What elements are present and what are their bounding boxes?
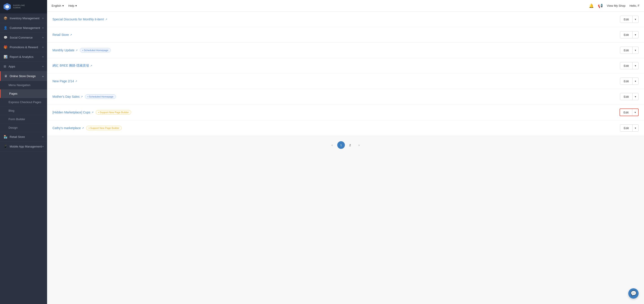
- svg-marker-0: [6, 5, 9, 8]
- help-chevron-icon: ▾: [75, 4, 77, 8]
- external-link-icon: ↗: [82, 127, 84, 130]
- table-row: Mother's Day Sales ↗ • Scheduled Homepag…: [47, 89, 644, 104]
- page-list: Special Discounts for Monthly it-item! ↗…: [47, 12, 644, 136]
- page-title-link[interactable]: Retail Store ↗: [52, 33, 72, 36]
- sidebar-item-label: Retail Store: [10, 135, 25, 138]
- sidebar-item-mobile[interactable]: 📱 Mobile App Management ▾: [0, 142, 47, 151]
- page-title-link[interactable]: Special Discounts for Monthly it-item! ↗: [52, 18, 107, 21]
- edit-label[interactable]: Edit: [620, 78, 632, 84]
- sidebar-item-customer[interactable]: 👤 Customer Management ▾: [0, 23, 47, 33]
- promotions-icon: 🎁: [4, 45, 8, 49]
- chevron-down-icon: ▾: [42, 27, 44, 29]
- retail-icon: 🏪: [4, 135, 8, 138]
- table-row: [Hidden Marketplace] Cups ↗ • Support Ne…: [47, 104, 644, 120]
- page-title-link[interactable]: Mother's Day Sales ↗: [52, 95, 83, 98]
- edit-button[interactable]: Edit ▾: [620, 16, 638, 23]
- pagination-page-1[interactable]: 1: [337, 141, 345, 149]
- sub-item-label: Express Checkout Pages: [8, 100, 41, 104]
- sidebar-logo: SHOPLINE ADMIN: [0, 0, 47, 14]
- sidebar-sub-menu-navigation[interactable]: Menu Navigation: [0, 81, 47, 90]
- sidebar-sub-blog[interactable]: Blog: [0, 106, 47, 115]
- edit-button-highlighted[interactable]: Edit ▾: [620, 108, 638, 116]
- edit-dropdown-arrow[interactable]: ▾: [632, 48, 638, 53]
- megaphone-icon[interactable]: 📢: [598, 3, 603, 8]
- sidebar-item-label: Report & Analytics: [10, 55, 34, 58]
- edit-button[interactable]: Edit ▾: [620, 31, 638, 38]
- external-link-icon: ↗: [90, 64, 92, 67]
- chevron-down-icon: ▾: [42, 46, 44, 48]
- page-title-link[interactable]: New Page 2/14 ↗: [52, 79, 77, 83]
- sidebar-item-label: Online Store Design: [10, 74, 36, 78]
- table-row: Cathy's marketplace ↗ • Support New Page…: [47, 120, 644, 136]
- sub-item-label: Pages: [9, 92, 18, 95]
- page-title-link[interactable]: 網紅 BREE 團購-隱藏賣場 ↗: [52, 64, 92, 68]
- edit-button[interactable]: Edit ▾: [620, 62, 638, 69]
- chevron-down-icon: ▾: [42, 65, 44, 68]
- sidebar-sub-pages[interactable]: Pages: [0, 90, 47, 98]
- edit-dropdown-arrow[interactable]: ▾: [632, 32, 638, 38]
- sidebar-item-inventory[interactable]: 📦 Inventory Management ▾: [0, 14, 47, 23]
- sidebar-sub-form-builder[interactable]: Form Builder: [0, 115, 47, 124]
- edit-dropdown-arrow[interactable]: ▾: [632, 63, 638, 68]
- edit-label[interactable]: Edit: [620, 47, 632, 53]
- sidebar-item-retail[interactable]: 🏪 Retail Store ▾: [0, 132, 47, 142]
- page-title-link[interactable]: Cathy's marketplace ↗: [52, 126, 84, 130]
- edit-label[interactable]: Edit: [620, 125, 632, 131]
- edit-dropdown-arrow[interactable]: ▾: [632, 110, 638, 115]
- edit-label[interactable]: Edit: [620, 16, 632, 22]
- external-link-icon: ↗: [92, 111, 94, 114]
- pagination-next[interactable]: ›: [355, 141, 363, 149]
- sidebar-item-label: Apps: [8, 65, 15, 68]
- sidebar-sub-express-checkout[interactable]: Express Checkout Pages: [0, 98, 47, 106]
- edit-button[interactable]: Edit ▾: [620, 124, 638, 132]
- sidebar: SHOPLINE ADMIN 📦 Inventory Management ▾ …: [0, 0, 47, 304]
- sidebar-item-online-store[interactable]: 🖥 Online Store Design ▴: [0, 71, 47, 81]
- view-shop-link[interactable]: View My Shop: [607, 4, 626, 8]
- sidebar-item-social[interactable]: 💬 Social Commerce ▾: [0, 33, 47, 42]
- sidebar-item-label: Mobile App Management: [10, 145, 42, 148]
- edit-button[interactable]: Edit ▾: [620, 47, 638, 54]
- page-title: [Hidden Marketplace] Cups: [52, 110, 90, 114]
- edit-label[interactable]: Edit: [620, 94, 632, 100]
- page-title-link[interactable]: Monthly Update ↗: [52, 48, 78, 52]
- chat-widget[interactable]: 💬: [628, 288, 638, 298]
- external-link-icon: ↗: [105, 18, 107, 21]
- apps-icon: ⊞: [4, 64, 6, 68]
- social-icon: 💬: [4, 36, 8, 39]
- pagination-page-2[interactable]: 2: [346, 141, 354, 149]
- chevron-up-icon: ▴: [42, 75, 44, 77]
- edit-dropdown-arrow[interactable]: ▾: [632, 16, 638, 22]
- edit-dropdown-arrow[interactable]: ▾: [632, 78, 638, 84]
- language-selector[interactable]: English ▾: [52, 4, 64, 8]
- language-label: English: [52, 4, 61, 8]
- header-right: 🔔 📢 View My Shop Hello, F: [589, 3, 640, 8]
- bell-icon[interactable]: 🔔: [589, 3, 594, 8]
- sidebar-item-apps[interactable]: ⊞ Apps ▾: [0, 62, 47, 71]
- main-content: English ▾ Help ▾ 🔔 📢 View My Shop Hello,…: [47, 0, 644, 304]
- sub-item-label: Form Builder: [8, 118, 25, 121]
- edit-label[interactable]: Edit: [620, 32, 632, 38]
- page-title-link[interactable]: [Hidden Marketplace] Cups ↗: [52, 110, 94, 114]
- content-area: Special Discounts for Monthly it-item! ↗…: [47, 12, 644, 304]
- table-row: Special Discounts for Monthly it-item! ↗…: [47, 12, 644, 27]
- help-menu[interactable]: Help ▾: [68, 4, 77, 8]
- edit-label[interactable]: Edit: [620, 110, 632, 116]
- sidebar-item-label: Social Commerce: [10, 36, 33, 39]
- table-row: Retail Store ↗ Edit ▾: [47, 27, 644, 42]
- edit-label[interactable]: Edit: [620, 63, 632, 69]
- sub-item-label: Blog: [8, 109, 14, 112]
- edit-button[interactable]: Edit ▾: [620, 78, 638, 85]
- pagination: ‹ 1 2 ›: [47, 136, 644, 154]
- sidebar-sub-design[interactable]: Design: [0, 124, 47, 132]
- sidebar-item-report[interactable]: 📊 Report & Analytics ▾: [0, 52, 47, 62]
- sidebar-item-promotions[interactable]: 🎁 Promotions & Reward ▾: [0, 42, 47, 52]
- pagination-prev[interactable]: ‹: [328, 141, 336, 149]
- edit-dropdown-arrow[interactable]: ▾: [632, 94, 638, 100]
- page-title: 網紅 BREE 團購-隱藏賣場: [52, 64, 89, 68]
- chevron-down-icon: ▾: [42, 56, 44, 58]
- edit-dropdown-arrow[interactable]: ▾: [632, 125, 638, 131]
- chevron-down-icon: ▾: [42, 17, 44, 20]
- page-title: New Page 2/14: [52, 79, 74, 83]
- sidebar-item-label: Inventory Management: [10, 16, 40, 20]
- edit-button[interactable]: Edit ▾: [620, 93, 638, 100]
